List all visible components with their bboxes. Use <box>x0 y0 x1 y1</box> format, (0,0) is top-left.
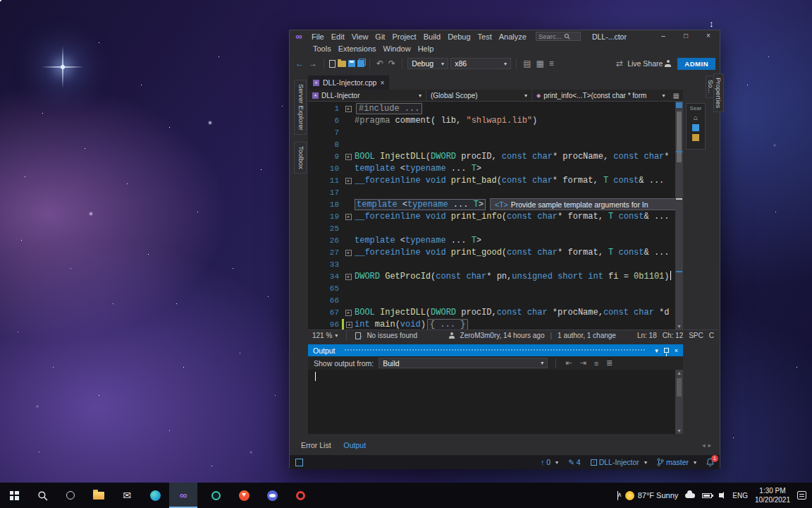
code-line-11[interactable]: 11+__forceinline void print_bad(const ch… <box>308 175 675 187</box>
menu-build[interactable]: Build <box>420 32 444 41</box>
previous-message-icon[interactable]: ⇤ <box>564 358 573 368</box>
output-panel-header[interactable]: Output ▾ × <box>308 344 683 356</box>
fold-plus-icon[interactable]: + <box>345 274 352 280</box>
fold-marker[interactable]: + <box>342 319 355 329</box>
code-line-33[interactable]: 33 <box>308 259 675 271</box>
menu-test[interactable]: Test <box>474 32 496 41</box>
code-editor[interactable]: 1+#include ...6#pragma comment( lib, "sh… <box>308 102 675 329</box>
code-line-19[interactable]: 19+__forceinline void print_info(const c… <box>308 211 675 223</box>
pin-icon[interactable] <box>664 348 669 353</box>
redo-icon[interactable]: ↷ <box>387 59 397 68</box>
code-line-17[interactable]: 17 <box>308 187 675 199</box>
onedrive-cloud-icon[interactable] <box>685 493 695 498</box>
discord-button[interactable] <box>258 483 286 508</box>
fold-plus-icon[interactable]: + <box>345 154 352 160</box>
window-position-icon[interactable]: ▾ <box>655 347 658 354</box>
title-bar[interactable]: ∞ FileEditViewGitProjectBuildDebugTestAn… <box>290 30 720 54</box>
next-message-icon[interactable]: ⇥ <box>578 358 587 368</box>
git-changes-button[interactable]: ✎ 4 <box>568 458 581 466</box>
code-line-9[interactable]: 9+BOOL InjectDLL(DWORD procID, const cha… <box>308 151 675 163</box>
document-tab[interactable]: + DLL-Injector.cpp × <box>308 75 389 90</box>
taskbar-clock[interactable]: 1:30 PM 10/20/2021 <box>755 486 790 504</box>
mail-button[interactable]: ✉ <box>113 483 141 508</box>
editor-scrollbar[interactable]: ▼ <box>675 102 683 329</box>
scrollbar-map-button[interactable] <box>676 102 682 108</box>
attach-process-icon[interactable]: ▤ <box>522 59 532 68</box>
fold-marker[interactable]: + <box>342 175 355 187</box>
scroll-down-arrow-icon[interactable]: ▼ <box>675 324 683 329</box>
menu-extensions[interactable]: Extensions <box>335 44 380 53</box>
fold-marker[interactable]: + <box>342 103 355 115</box>
notifications-button[interactable]: 1 <box>706 458 714 466</box>
visual-studio-taskbar-button[interactable]: ∞ <box>169 483 197 508</box>
column-indicator[interactable]: Ch: 12 <box>663 332 683 339</box>
fold-marker[interactable]: + <box>342 271 355 283</box>
fold-plus-icon[interactable]: + <box>345 178 352 184</box>
server-explorer-tab[interactable]: Server Explorer <box>294 80 307 135</box>
volume-icon[interactable] <box>719 493 722 497</box>
fold-plus-icon[interactable]: + <box>345 310 352 316</box>
fold-plus-icon[interactable]: + <box>345 106 352 112</box>
output-text-area[interactable] <box>308 370 675 434</box>
menu-view[interactable]: View <box>348 32 372 41</box>
edge-button[interactable] <box>141 483 169 508</box>
git-branch-button[interactable]: master ▾ <box>657 458 696 466</box>
code-line-8[interactable]: 8 <box>308 139 675 151</box>
code-line-26[interactable]: 26template <typename ... T> <box>308 235 675 247</box>
scroll-up-arrow-icon[interactable]: ▲ <box>675 370 683 375</box>
code-line-7[interactable]: 7 <box>308 127 675 139</box>
open-file-icon[interactable] <box>338 61 346 67</box>
indent-indicator[interactable]: SPC <box>689 332 703 339</box>
background-tasks-icon[interactable] <box>295 459 303 466</box>
menu-edit[interactable]: Edit <box>328 32 348 41</box>
code-line-1[interactable]: 1+#include ... <box>308 103 675 115</box>
tab-scroll-arrows[interactable]: ◂▸ <box>702 442 714 449</box>
line-indicator[interactable]: Ln: 18 <box>637 332 657 339</box>
solution-explorer-toolbar-icon[interactable]: ≡ <box>548 59 555 68</box>
output-scrollbar[interactable]: ▲ ▼ <box>675 370 683 434</box>
code-line-65[interactable]: 65 <box>308 283 675 295</box>
collapsed-region[interactable]: #include ... <box>356 103 422 114</box>
collapsed-region[interactable]: { ... } <box>427 319 468 329</box>
source-info[interactable]: ZeroM3m0ry, 14 hours ago <box>460 332 545 339</box>
live-share-button[interactable]: ⇄ Live Share <box>615 59 663 68</box>
file-explorer-button[interactable] <box>85 483 113 508</box>
menu-window[interactable]: Window <box>380 44 414 53</box>
output-source-dropdown[interactable]: Build ▾ <box>379 358 548 368</box>
toolbox-tab[interactable]: Toolbox <box>294 142 307 174</box>
scrollbar-thumb[interactable] <box>677 378 682 397</box>
home-icon[interactable]: ⌂ <box>694 114 698 121</box>
output-tab[interactable]: Output <box>338 440 372 451</box>
fold-plus-icon[interactable]: + <box>346 322 352 328</box>
properties-tab[interactable]: Properties <box>713 73 724 112</box>
clear-all-icon[interactable]: ≡ <box>593 359 600 368</box>
menu-file[interactable]: File <box>308 32 328 41</box>
member-dropdown[interactable]: ◆ print_info<...T>(const char * form ▾ <box>532 90 670 101</box>
code-line-6[interactable]: 6#pragma comment( lib, "shlwapi.lib") <box>308 115 675 127</box>
menu-project[interactable]: Project <box>388 32 419 41</box>
app-button-1[interactable] <box>202 483 230 508</box>
error-list-tab[interactable]: Error List <box>295 440 337 451</box>
code-line-27[interactable]: 27+__forceinline void print_good(const c… <box>308 247 675 259</box>
word-wrap-icon[interactable]: ≣ <box>605 358 614 368</box>
menu-git[interactable]: Git <box>371 32 388 41</box>
start-button[interactable] <box>0 483 28 508</box>
weather-widget[interactable]: 87°F Sunny <box>625 491 679 500</box>
code-line-66[interactable]: 66 <box>308 295 675 307</box>
save-icon[interactable] <box>348 60 355 67</box>
sync-icon[interactable] <box>692 124 699 131</box>
scope-dropdown[interactable]: (Global Scope) ▾ <box>426 90 532 101</box>
feedback-person-icon[interactable] <box>665 60 671 67</box>
document-health-icon[interactable] <box>355 332 361 339</box>
action-center-icon[interactable] <box>797 491 806 500</box>
filter-icon[interactable] <box>692 134 699 141</box>
find-in-files-icon[interactable]: ▦ <box>534 59 545 68</box>
solution-configuration-dropdown[interactable]: Debug ▾ <box>407 58 448 69</box>
brave-button[interactable] <box>230 483 258 508</box>
zoom-dropdown[interactable]: 121 % ▾ <box>312 332 338 339</box>
eol-indicator[interactable]: C <box>709 332 714 339</box>
navigate-forward-icon[interactable]: → <box>307 59 319 68</box>
change-info[interactable]: 1 author, 1 change <box>558 332 616 339</box>
close-button[interactable]: × <box>697 30 720 42</box>
scroll-down-arrow-icon[interactable]: ▼ <box>675 428 683 433</box>
